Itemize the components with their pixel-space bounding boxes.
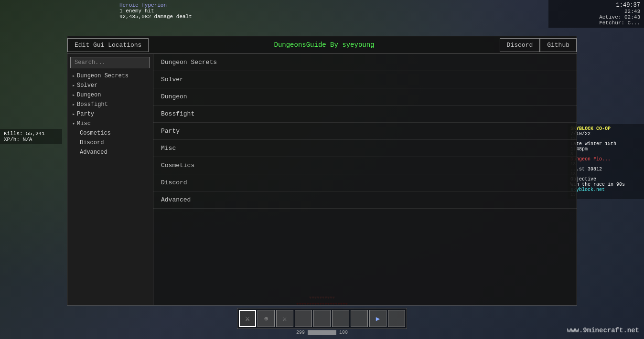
scoreboard-st: ...st 39812	[570, 167, 641, 172]
section-label: Discord	[161, 179, 187, 186]
top-game-stats: Heroic Hyperion 1 enemy hit 92,435,082 d…	[119, 2, 192, 20]
hotbar-slot-1[interactable]: ⚔	[239, 310, 256, 327]
section-party[interactable]: Party	[153, 123, 577, 140]
hotbar: ⚔ ⊕ ⚔ ▶	[237, 308, 407, 329]
scoreboard: SKYBLOCK CO-OP 7/10/22 13 Late Winter 15…	[568, 124, 644, 199]
hunger-bar: 299 ▓▓▓▓▓▓▓▓▓▓ 100	[296, 330, 348, 335]
weapon-name: Heroic Hyperion	[119, 2, 192, 8]
sidebar-item-party[interactable]: ▸ Party	[70, 109, 150, 119]
sidebar-label-party: Party	[77, 111, 94, 117]
top-right-hud: 1:49:37 22:43 Active: 02:43 Fetchur: C..…	[548, 0, 644, 28]
gui-content: ▸ Dungeon Secrets ▸ Solver ▸ Dungeon ▸ B…	[67, 54, 577, 306]
scoreboard-objective-text: Win the race in 90s	[570, 182, 641, 187]
xp-text: XP/h: N/A	[4, 137, 58, 142]
enemy-hit-stat: 1 enemy hit	[119, 8, 192, 14]
active-label: Active: 02:43	[552, 14, 640, 20]
scoreboard-dungeon: Dungeon Flo...	[570, 157, 641, 162]
section-misc[interactable]: Misc	[153, 140, 577, 157]
left-hud: Kills: 55,241 XP/h: N/A	[0, 129, 62, 144]
sidebar-item-discord[interactable]: Discord	[70, 138, 150, 148]
edit-gui-button[interactable]: Edit Gui Locations	[67, 38, 149, 52]
section-label: Advanced	[161, 196, 191, 203]
search-input[interactable]	[70, 57, 150, 68]
section-label: Misc	[161, 145, 176, 152]
sidebar-item-solver[interactable]: ▸ Solver	[70, 81, 150, 90]
scoreboard-date: Late Winter 15th	[570, 141, 641, 147]
kills-text: Kills: 55,241	[4, 131, 58, 137]
hotbar-slot-4[interactable]	[295, 310, 312, 327]
sidebar-label-dungeon: Dungeon	[77, 92, 101, 98]
sidebar-label-bossfight: Bossfight	[77, 101, 108, 108]
section-label: Cosmetics	[161, 162, 194, 169]
github-button[interactable]: Github	[540, 38, 577, 52]
sidebar-item-advanced[interactable]: Advanced	[70, 148, 150, 157]
gui-header: Edit Gui Locations DungeonsGuide By syey…	[67, 36, 577, 54]
sidebar-label-solver: Solver	[77, 82, 97, 89]
hotbar-slot-2[interactable]: ⊕	[258, 310, 275, 327]
fetchur-label: Fetchur: C...	[552, 20, 640, 26]
sidebar-item-bossfight[interactable]: ▸ Bossfight	[70, 100, 150, 109]
damage-stat: 92,435,082 damage dealt	[119, 14, 192, 20]
scoreboard-time: 1:48pm	[570, 147, 641, 152]
section-dungeon[interactable]: Dungeon	[153, 88, 577, 106]
section-label: Bossfight	[161, 110, 194, 117]
hotbar-slot-8[interactable]: ▶	[369, 310, 386, 327]
sidebar-label-misc: Misc	[77, 120, 91, 127]
chevron-right-icon: ▸	[72, 111, 75, 117]
discord-button[interactable]: Discord	[500, 38, 540, 52]
sidebar-label-dungeon-secrets: Dungeon Secrets	[77, 73, 129, 79]
section-dungeon-secrets[interactable]: Dungeon Secrets	[153, 54, 577, 71]
game-time: 1:49:37	[552, 2, 640, 9]
hotbar-slot-9[interactable]	[388, 310, 405, 327]
sidebar-label-discord: Discord	[80, 139, 104, 146]
scoreboard-item: 13	[570, 137, 641, 141]
section-label: Solver	[161, 76, 183, 83]
sidebar-label-advanced: Advanced	[80, 149, 107, 156]
scoreboard-num4: 13	[570, 192, 641, 197]
scoreboard-objective: Objective	[570, 177, 641, 182]
scoreboard-server: skyblock.net	[570, 187, 641, 192]
section-advanced[interactable]: Advanced	[153, 191, 577, 209]
gui-overlay: Edit Gui Locations DungeonsGuide By syey…	[67, 36, 577, 306]
sidebar-item-cosmetics[interactable]: Cosmetics	[70, 128, 150, 138]
gui-title: DungeonsGuide By syeyoung	[149, 41, 499, 49]
sidebar-item-dungeon[interactable]: ▸ Dungeon	[70, 90, 150, 100]
section-label: Dungeon Secrets	[161, 59, 217, 66]
section-cosmetics[interactable]: Cosmetics	[153, 157, 577, 174]
sidebar-item-dungeon-secrets[interactable]: ▸ Dungeon Secrets	[70, 71, 150, 81]
sidebar-label-cosmetics: Cosmetics	[80, 130, 111, 137]
section-label: Dungeon	[161, 93, 187, 100]
scoreboard-num2: 13	[570, 162, 641, 167]
chevron-down-icon: ▾	[72, 121, 75, 127]
hotbar-slot-7[interactable]	[351, 310, 368, 327]
scoreboard-item: 7/10/22	[570, 131, 641, 137]
hotbar-slot-5[interactable]	[313, 310, 331, 327]
chevron-right-icon: ▸	[72, 102, 75, 107]
chevron-right-icon: ▸	[72, 73, 75, 79]
bottom-hud: ♥♥♥♥♥♥♥♥♥♥ ♥♥♥♥♥♥♥♥♥♥♥♥♥♥♥♥♥♥♥♥ ⚔ ⊕ ⚔ ▶	[0, 301, 644, 339]
chevron-right-icon: ▸	[72, 92, 75, 98]
main-panel: Dungeon Secrets Solver Dungeon Bossfight…	[153, 54, 577, 305]
section-solver[interactable]: Solver	[153, 71, 577, 88]
scoreboard-title: SKYBLOCK CO-OP	[570, 126, 641, 131]
sidebar-item-misc[interactable]: ▾ Misc	[70, 119, 150, 128]
sidebar: ▸ Dungeon Secrets ▸ Solver ▸ Dungeon ▸ B…	[67, 54, 153, 305]
icon-time: 22:43	[552, 9, 640, 14]
hotbar-slot-6[interactable]	[332, 310, 349, 327]
hotbar-slot-3[interactable]: ⚔	[276, 310, 293, 327]
section-discord[interactable]: Discord	[153, 174, 577, 191]
section-bossfight[interactable]: Bossfight	[153, 106, 577, 123]
scoreboard-num: 3	[570, 152, 641, 157]
chevron-right-icon: ▸	[72, 83, 75, 88]
section-label: Party	[161, 127, 180, 135]
scoreboard-num3: 13	[570, 172, 641, 177]
